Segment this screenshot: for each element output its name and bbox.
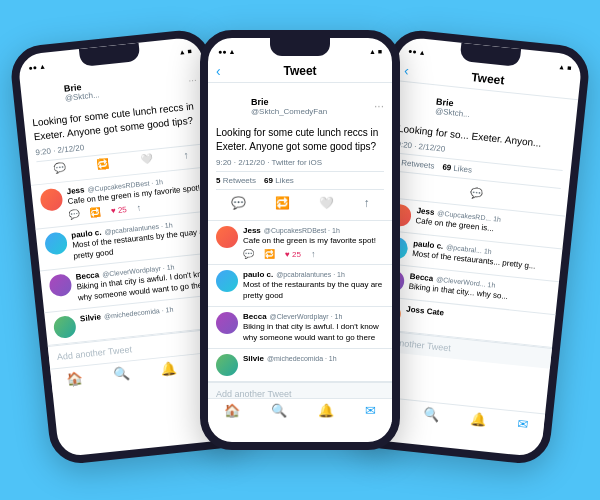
top-bar-center: ‹ Tweet (208, 60, 392, 83)
nav-search-center[interactable]: 🔍 (271, 403, 287, 418)
back-button-right[interactable]: ‹ (403, 62, 409, 78)
avatar-paulo-left (44, 232, 68, 256)
tweet-text-center: Looking for some cute lunch reccs in Exe… (216, 126, 384, 154)
more-center[interactable]: ··· (374, 99, 384, 113)
battery-right: ▲ ■ (558, 63, 572, 71)
retweet-icon[interactable]: 🔁 (275, 196, 290, 210)
reply-text-jess: Cafe on the green is my favorite spot! (243, 236, 384, 246)
reply-action-rt-jess[interactable]: 🔁 (264, 249, 275, 259)
nav-home-center[interactable]: 🏠 (224, 403, 240, 418)
avatar-paulo-center (216, 270, 238, 292)
signal-left: ●● ▲ (28, 62, 46, 71)
avatar-silvie-left (53, 315, 77, 339)
share-icon[interactable]: ↑ (363, 196, 369, 210)
battery-center: ▲ ■ (369, 48, 382, 55)
action-rt-left[interactable]: 🔁 (96, 158, 109, 170)
reply-name-silvie: Silvie (243, 354, 264, 363)
like-icon[interactable]: 🤍 (319, 196, 334, 210)
reply-silvie-center: Silvie @michedecomida · 1h (208, 349, 392, 382)
reply-name-jess: Jess (243, 226, 261, 235)
nav-search-right[interactable]: 🔍 (423, 406, 440, 423)
reply-handle-silvie: @michedecomida · 1h (267, 355, 337, 362)
top-bar-title-center: Tweet (283, 64, 316, 78)
main-tweet-center: Brie @Sktch_ComedyFan ··· Looking for so… (208, 83, 392, 221)
phone-center: ●● ▲ 9:15 ▲ ■ ‹ Tweet Brie @Sktch_Comedy… (200, 30, 400, 450)
signal-right: ●● ▲ (408, 47, 426, 56)
battery-left: ▲ ■ (178, 47, 192, 55)
reply-becca-center: Becca @CleverWordplayr · 1h Biking in th… (208, 307, 392, 349)
reply-text-becca: Biking in that city is awful. I don't kn… (243, 322, 384, 343)
reply-name-becca: Becca (243, 312, 267, 321)
author-name-center: Brie (251, 97, 327, 107)
reply-handle-becca: @CleverWordplayr · 1h (270, 313, 343, 320)
replies-center: Jess @CupcakesRDBest · 1h Cafe on the gr… (208, 221, 392, 382)
avatar-brie-left (28, 78, 61, 111)
tweet-actions-center: 💬 🔁 🤍 ↑ (216, 194, 384, 212)
reply-icon-right[interactable]: 💬 (469, 187, 482, 199)
avatar-brie-right (399, 87, 432, 120)
back-button-center[interactable]: ‹ (216, 63, 221, 79)
signal-center: ●● ▲ (218, 48, 235, 55)
reply-name-paulo: paulo c. (243, 270, 273, 279)
avatar-jess-center (216, 226, 238, 248)
top-bar-title-right: Tweet (471, 70, 505, 87)
tweet-stats-center: 5 Retweets 69 Likes (216, 171, 384, 190)
scene: ●● ▲ 9:15 ▲ ■ Brie @Sktch... ··· Looking… (0, 0, 600, 500)
author-handle-center: @Sktch_ComedyFan (251, 107, 327, 116)
reply-paulo-center: paulo c. @pcabralantunes · 1h Most of th… (208, 265, 392, 307)
nav-mail-center[interactable]: ✉ (365, 403, 376, 418)
reply-action-share-jess[interactable]: ↑ (311, 249, 316, 259)
avatar-brie-center (216, 91, 246, 121)
avatar-becca-center (216, 312, 238, 334)
avatar-becca-left (48, 273, 72, 297)
reply-icon[interactable]: 💬 (231, 196, 246, 210)
reply-handle-jess: @CupcakesRDBest · 1h (264, 227, 340, 234)
reply-likes-jess: ♥ 25 (285, 250, 301, 259)
action-reply-left[interactable]: 💬 (53, 162, 66, 174)
avatar-jess-left (39, 188, 63, 212)
joss-name: Joss Cate (406, 305, 445, 318)
nav-bar-center: 🏠 🔍 🔔 ✉ (208, 398, 392, 422)
notch-center (270, 38, 330, 56)
reply-text-paulo: Most of the restaurants by the quay are … (243, 280, 384, 301)
nav-notif-right[interactable]: 🔔 (470, 411, 487, 428)
nav-notif-center[interactable]: 🔔 (318, 403, 334, 418)
reply-jess-center: Jess @CupcakesRDBest · 1h Cafe on the gr… (208, 221, 392, 265)
likes-count: 69 Likes (264, 176, 294, 185)
action-share-left[interactable]: ↑ (183, 149, 189, 160)
more-left[interactable]: ··· (188, 73, 197, 85)
avatar-silvie-center (216, 354, 238, 376)
reply-handle-paulo: @pcabralantunes · 1h (276, 271, 345, 278)
action-like-left[interactable]: 🤍 (140, 153, 153, 165)
nav-mail-right[interactable]: ✉ (517, 416, 530, 432)
tweet-meta-center: 9:20 · 2/12/20 · Twitter for iOS (216, 158, 384, 167)
reply-action-reply-jess[interactable]: 💬 (243, 249, 254, 259)
retweet-count: 5 Retweets (216, 176, 256, 185)
